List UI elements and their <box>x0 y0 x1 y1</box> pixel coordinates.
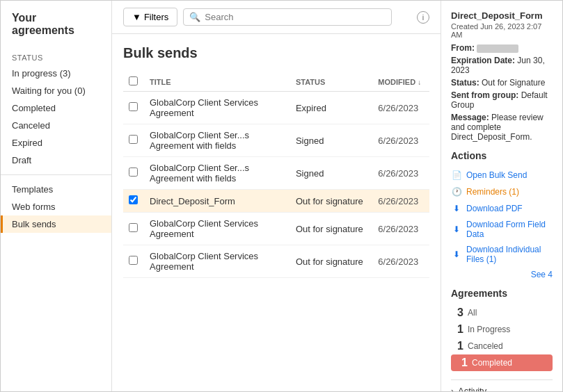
sidebar-item-bulk-sends[interactable]: Bulk sends <box>1 215 111 233</box>
search-input[interactable] <box>205 12 386 22</box>
sidebar-item-expired[interactable]: Expired <box>1 134 111 152</box>
open-icon: 📄 <box>451 170 462 181</box>
row-checkbox[interactable] <box>129 223 138 232</box>
action-download-individual[interactable]: ⬇ Download Individual Files (1) <box>451 242 553 267</box>
search-icon: 🔍 <box>189 12 200 22</box>
stat-in-progress-label: In Progress <box>468 325 510 334</box>
stat-canceled[interactable]: 1 Canceled <box>451 338 553 354</box>
table-row[interactable]: Direct_Deposit_Form Out for signature 6/… <box>123 190 429 213</box>
panel-message-field: Message: Please review and complete Dire… <box>451 113 553 142</box>
row-checkbox[interactable] <box>129 102 138 111</box>
panel-message-label: Message: <box>451 113 489 122</box>
activity-label: Activity <box>458 386 486 391</box>
stat-completed[interactable]: 1 Completed <box>451 354 553 371</box>
stat-canceled-label: Canceled <box>468 341 503 351</box>
row-checkbox[interactable] <box>129 195 138 204</box>
action-reminders[interactable]: 🕐 Reminders (1) <box>451 183 553 200</box>
action-open-bulk-send[interactable]: 📄 Open Bulk Send <box>451 167 553 183</box>
sidebar-item-draft[interactable]: Draft <box>1 152 111 169</box>
action-reminders-label: Reminders (1) <box>466 187 519 197</box>
see-all-link[interactable]: See 4 <box>451 270 553 279</box>
table-row[interactable]: GlobalCorp Client Services Agreement Out… <box>123 245 429 278</box>
panel-status-field: Status: Out for Signature <box>451 78 553 88</box>
table-row[interactable]: GlobalCorp Client Services Agreement Out… <box>123 213 429 245</box>
stat-in-progress[interactable]: 1 In Progress <box>451 321 553 338</box>
sidebar-item-in-progress[interactable]: In progress (3) <box>1 65 111 82</box>
panel-status-value: Out for Signature <box>482 78 545 88</box>
activity-section[interactable]: › Activity <box>451 379 553 391</box>
stat-canceled-count: 1 <box>451 340 463 352</box>
row-modified: 6/26/2023 <box>372 124 429 157</box>
action-download-individual-label: Download Individual Files (1) <box>466 245 553 264</box>
row-title: GlobalCorp Client Ser...s Agreement with… <box>144 124 290 157</box>
sidebar-item-templates[interactable]: Templates <box>1 181 111 198</box>
toolbar: ▼ Filters 🔍 i <box>112 1 441 34</box>
row-status: Expired <box>290 92 372 124</box>
stat-completed-count: 1 <box>455 357 468 369</box>
chevron-right-icon: › <box>451 386 454 392</box>
panel-doc-title: Direct_Deposit_Form <box>451 10 553 21</box>
action-download-pdf-label: Download PDF <box>466 204 523 213</box>
filter-button[interactable]: ▼ Filters <box>123 8 177 26</box>
row-checkbox[interactable] <box>129 168 138 177</box>
action-download-form-label: Download Form Field Data <box>466 220 553 239</box>
row-title: GlobalCorp Client Ser...s Agreement with… <box>144 157 290 190</box>
panel-sent-from-group-field: Sent from group: Default Group <box>451 90 553 110</box>
row-title: Direct_Deposit_Form <box>144 190 290 213</box>
content-area: Bulk sends TITLE STATUS MODIFIED ↓ Globa… <box>112 34 441 391</box>
row-modified: 6/26/2023 <box>372 92 429 124</box>
action-download-pdf[interactable]: ⬇ Download PDF <box>451 200 553 217</box>
title-column-header: TITLE <box>144 72 290 92</box>
stat-all[interactable]: 3 All <box>451 304 553 321</box>
panel-from-value <box>477 44 518 53</box>
download-form-icon: ⬇ <box>451 224 462 235</box>
row-modified: 6/26/2023 <box>372 157 429 190</box>
panel-expiration-field: Expiration Date: Jun 30, 2023 <box>451 56 553 75</box>
stat-all-label: All <box>468 308 477 318</box>
action-open-label: Open Bulk Send <box>466 170 527 180</box>
sidebar-divider <box>1 174 111 175</box>
row-status: Out for signature <box>290 190 372 213</box>
page-title: Bulk sends <box>123 45 429 61</box>
row-checkbox[interactable] <box>129 256 138 265</box>
right-panel: Direct_Deposit_Form Created Jun 26, 2023… <box>441 1 562 391</box>
row-status: Signed <box>290 124 372 157</box>
sort-icon: ↓ <box>418 79 421 86</box>
agreements-table: TITLE STATUS MODIFIED ↓ GlobalCorp Clien… <box>123 72 429 278</box>
panel-created: Created Jun 26, 2023 2:07 AM <box>451 22 553 39</box>
row-modified: 6/26/2023 <box>372 190 429 213</box>
stat-in-progress-count: 1 <box>451 323 463 336</box>
action-download-form-field[interactable]: ⬇ Download Form Field Data <box>451 217 553 242</box>
status-column-header: STATUS <box>290 72 372 92</box>
table-row[interactable]: GlobalCorp Client Services Agreement Exp… <box>123 92 429 124</box>
panel-expiration-label: Expiration Date: <box>451 56 515 65</box>
status-section-label: STATUS <box>1 48 111 65</box>
sidebar-item-canceled[interactable]: Canceled <box>1 117 111 134</box>
agreements-section-title: Agreements <box>451 288 553 299</box>
sidebar-item-waiting[interactable]: Waiting for you (0) <box>1 82 111 99</box>
info-icon[interactable]: i <box>417 11 429 24</box>
table-row[interactable]: GlobalCorp Client Ser...s Agreement with… <box>123 124 429 157</box>
main-content: ▼ Filters 🔍 i Bulk sends TITLE STATUS MO… <box>112 1 441 391</box>
sidebar-item-completed[interactable]: Completed <box>1 99 111 117</box>
sidebar-item-web-forms[interactable]: Web forms <box>1 198 111 215</box>
filter-label: Filters <box>144 12 168 22</box>
row-title: GlobalCorp Client Services Agreement <box>144 92 290 124</box>
row-checkbox[interactable] <box>129 135 138 144</box>
filter-icon: ▼ <box>132 12 141 22</box>
select-all-checkbox[interactable] <box>129 76 138 85</box>
panel-from-label: From: <box>451 43 475 53</box>
actions-section-title: Actions <box>451 150 553 161</box>
row-title: GlobalCorp Client Services Agreement <box>144 213 290 245</box>
row-modified: 6/26/2023 <box>372 245 429 278</box>
row-status: Signed <box>290 157 372 190</box>
clock-icon: 🕐 <box>451 186 462 197</box>
table-row[interactable]: GlobalCorp Client Ser...s Agreement with… <box>123 157 429 190</box>
panel-sent-from-group-label: Sent from group: <box>451 90 518 100</box>
agreements-section: Agreements 3 All 1 In Progress 1 Cancele… <box>451 288 553 371</box>
row-title: GlobalCorp Client Services Agreement <box>144 245 290 278</box>
panel-status-label: Status: <box>451 78 479 88</box>
stat-completed-label: Completed <box>472 358 512 368</box>
row-status: Out for signature <box>290 245 372 278</box>
download-pdf-icon: ⬇ <box>451 203 462 214</box>
